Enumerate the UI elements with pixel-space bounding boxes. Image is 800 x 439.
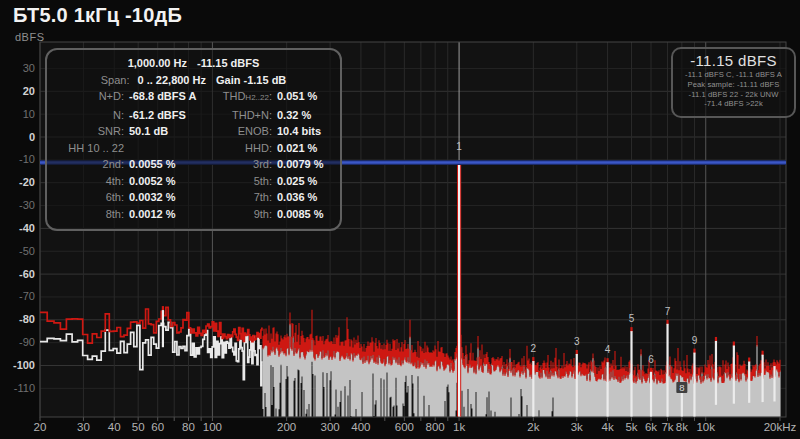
stat-row: 4th:0.0052 %5th:0.025 % xyxy=(57,173,330,190)
svg-text:8k: 8k xyxy=(676,421,688,433)
svg-text:40: 40 xyxy=(108,421,121,433)
cursor-readout: 1,000.00 Hz-11.15 dBFS xyxy=(57,55,330,72)
cursor-level: -11.15 dBFS xyxy=(197,57,259,69)
svg-text:0: 0 xyxy=(29,131,35,143)
svg-text:20kHz: 20kHz xyxy=(764,421,797,433)
svg-text:20: 20 xyxy=(23,85,35,97)
svg-text:4k: 4k xyxy=(602,421,614,433)
peak-detail-line: Peak sample: -11.11 dBFS xyxy=(675,80,792,90)
span-label: Span: xyxy=(101,74,135,86)
svg-text:2k: 2k xyxy=(527,421,539,433)
peak-level-headline: -11.15 dBFS xyxy=(675,52,792,70)
svg-text:60: 60 xyxy=(151,421,164,433)
svg-text:-90: -90 xyxy=(19,336,35,348)
spectrum-analyzer-window: БТ5.0 1кГц -10дБ dBFS 123456789 3020100-… xyxy=(0,0,800,439)
stats-rows: N+D:-68.8 dBFS ATHDH2..22:0.051 %N:-61.2… xyxy=(57,88,330,222)
peak-level-details: -11.1 dBFS C, -11.1 dBFS APeak sample: -… xyxy=(675,70,792,109)
gain-value: Gain -1.15 dB xyxy=(216,74,286,86)
stat-row: HH 10 .. 22HHD:0.021 % xyxy=(57,140,330,157)
peak-detail-line: -11.1 dBFS C, -11.1 dBFS A xyxy=(675,70,792,80)
svg-text:7k: 7k xyxy=(661,421,673,433)
svg-text:600: 600 xyxy=(395,421,414,433)
svg-text:-10: -10 xyxy=(19,153,35,165)
svg-text:-40: -40 xyxy=(19,222,35,234)
stat-row: N:-61.2 dBFSTHD+N:0.32 % xyxy=(57,107,330,124)
svg-text:800: 800 xyxy=(426,421,445,433)
svg-text:5k: 5k xyxy=(625,421,637,433)
svg-text:3k: 3k xyxy=(571,421,583,433)
cursor-frequency: 1,000.00 Hz xyxy=(128,57,187,69)
svg-text:-80: -80 xyxy=(19,313,35,325)
svg-text:50: 50 xyxy=(132,421,145,433)
stat-row: SNR:50.1 dBENOB:10.4 bits xyxy=(57,123,330,140)
svg-text:1k: 1k xyxy=(453,421,465,433)
svg-text:5: 5 xyxy=(629,313,635,324)
stat-row: 6th:0.0032 %7th:0.036 % xyxy=(57,189,330,206)
svg-text:6k: 6k xyxy=(645,421,657,433)
svg-text:30: 30 xyxy=(77,421,90,433)
peak-detail-line: -71.4 dBFS >22k xyxy=(675,99,792,109)
stat-row: 2nd:0.0055 %3rd:0.0079 % xyxy=(57,156,330,173)
svg-text:7: 7 xyxy=(665,306,671,317)
svg-text:3: 3 xyxy=(574,336,580,347)
peak-level-panel: -11.15 dBFS -11.1 dBFS C, -11.1 dBFS APe… xyxy=(671,47,796,118)
span-gain-readout: Span: 0 .. 22,800 HzGain -1.15 dB xyxy=(57,72,330,89)
stat-row: N+D:-68.8 dBFS ATHDH2..22:0.051 % xyxy=(57,88,330,107)
span-value: 0 .. 22,800 Hz xyxy=(138,74,207,86)
svg-text:20: 20 xyxy=(34,421,47,433)
peak-detail-line: -11.1 dBFS 22 - 22k UNW xyxy=(675,90,792,100)
svg-text:-50: -50 xyxy=(19,245,35,257)
svg-text:400: 400 xyxy=(351,421,370,433)
stat-row: 8th:0.0012 %9th:0.0085 % xyxy=(57,206,330,223)
svg-text:100: 100 xyxy=(203,421,222,433)
measurement-stats-panel: 1,000.00 Hz-11.15 dBFS Span: 0 .. 22,800… xyxy=(45,48,342,231)
svg-text:6: 6 xyxy=(648,354,654,365)
svg-text:10: 10 xyxy=(23,108,35,120)
svg-text:30: 30 xyxy=(23,62,35,74)
svg-text:-70: -70 xyxy=(19,290,35,302)
svg-text:300: 300 xyxy=(321,421,340,433)
svg-text:200: 200 xyxy=(277,421,296,433)
svg-text:4: 4 xyxy=(605,344,611,355)
svg-text:9: 9 xyxy=(692,335,698,346)
svg-text:1: 1 xyxy=(456,141,462,152)
svg-text:-100: -100 xyxy=(13,359,35,371)
svg-text:10k: 10k xyxy=(696,421,715,433)
svg-text:-20: -20 xyxy=(19,176,35,188)
svg-text:-30: -30 xyxy=(19,199,35,211)
svg-text:80: 80 xyxy=(182,421,195,433)
svg-text:2: 2 xyxy=(531,343,537,354)
svg-text:8: 8 xyxy=(679,382,684,393)
svg-text:-60: -60 xyxy=(19,268,35,280)
svg-text:-110: -110 xyxy=(14,382,35,394)
